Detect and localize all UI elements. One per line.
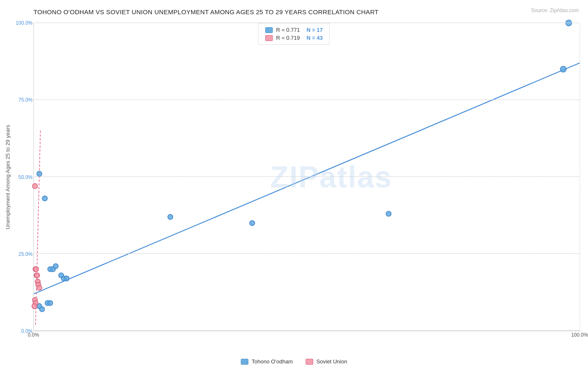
svg-point-43	[40, 307, 45, 312]
svg-point-53	[35, 273, 40, 278]
chart-svg	[34, 23, 580, 331]
bottom-legend-soviet: Soviet Union	[305, 358, 347, 365]
legend-blue-r: R = 0.771	[276, 27, 300, 33]
legend-row-pink: R = 0.719 N = 43	[265, 35, 322, 41]
source-label: Source: ZipAtlas.com	[531, 8, 579, 13]
legend-box: R = 0.771 N = 17 R = 0.719 N = 43	[258, 23, 330, 45]
svg-line-30	[34, 63, 580, 294]
bottom-swatch-pink	[305, 359, 313, 365]
plot-area: ZIPatlas	[33, 23, 580, 331]
chart-title: TOHONO O'ODHAM VS SOVIET UNION UNEMPLOYM…	[33, 8, 580, 15]
bottom-legend-tohono: Tohono O'odham	[241, 358, 293, 365]
legend-swatch-blue	[265, 27, 273, 33]
svg-line-1	[36, 131, 41, 325]
svg-point-45	[250, 220, 255, 225]
svg-point-48	[560, 66, 566, 72]
bottom-legend: Tohono O'odham Soviet Union	[241, 358, 347, 365]
svg-point-44	[168, 215, 173, 220]
svg-point-33	[42, 196, 47, 201]
chart-container: TOHONO O'ODHAM VS SOVIET UNION UNEMPLOYM…	[0, 0, 588, 373]
svg-point-46	[386, 211, 391, 216]
svg-point-36	[53, 263, 58, 268]
svg-point-56	[37, 285, 42, 290]
svg-point-59	[32, 304, 37, 309]
legend-blue-n: N = 17	[307, 27, 323, 33]
legend-pink-r: R = 0.719	[276, 35, 300, 41]
svg-point-49	[33, 184, 38, 189]
svg-point-39	[64, 276, 69, 281]
x-tick-labels: 0.0%100.0%	[33, 332, 580, 340]
legend-swatch-pink	[265, 35, 273, 41]
y-tick-labels: 100.0%75.0%50.0%25.0%0.0%	[13, 23, 33, 331]
svg-point-32	[37, 171, 42, 176]
svg-point-41	[48, 301, 53, 306]
bottom-swatch-blue	[241, 359, 248, 365]
bottom-label-tohono: Tohono O'odham	[252, 358, 293, 365]
bottom-label-soviet: Soviet Union	[316, 358, 347, 365]
svg-point-47	[566, 20, 572, 26]
legend-pink-n: N = 43	[307, 35, 323, 41]
y-axis-label: Unemployment Among Ages 25 to 29 years	[5, 94, 11, 261]
legend-row-blue: R = 0.771 N = 17	[265, 27, 322, 33]
svg-point-51	[33, 267, 38, 272]
svg-line-31	[36, 131, 41, 325]
